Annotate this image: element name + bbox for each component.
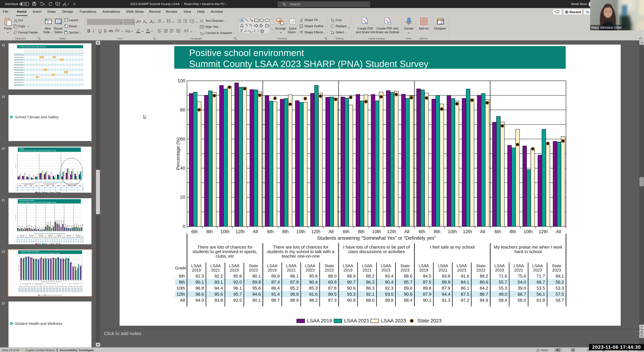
svg-text:c: c: [332, 26, 334, 28]
svg-text:School Climate and Safety: School Climate and Safety: [15, 115, 58, 119]
svg-text:A: A: [241, 18, 243, 22]
svg-text:Perceived school safety: Perceived school safety: [19, 200, 34, 201]
svg-text:Attitudes toward mental health: Attitudes toward mental health treatment: [19, 46, 46, 48]
svg-text:Summit County LSAA 2023 SHARP: Summit County LSAA 2023 SHARP (PNA) Stud…: [19, 150, 56, 152]
svg-text:Bullying: Bullying: [19, 148, 24, 150]
svg-text:Student Health and Wellness: Student Health and Wellness: [15, 322, 62, 326]
svg-text:b: b: [330, 25, 332, 27]
svg-text:Summit County LSAA 2023 SHARP: Summit County LSAA 2023 SHARP (PNA) Stud…: [19, 201, 56, 203]
